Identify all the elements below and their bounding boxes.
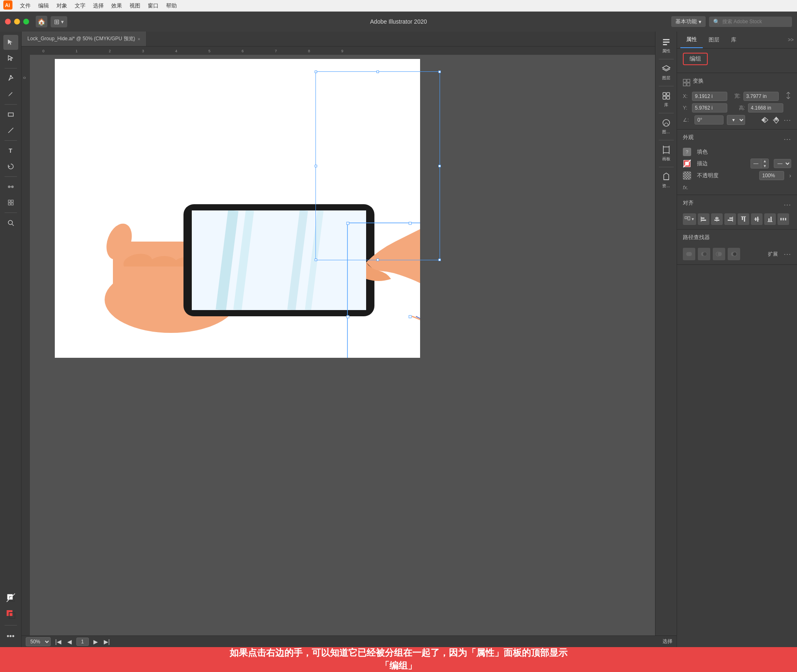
traffic-lights xyxy=(5,19,29,24)
panel-expand-btn[interactable]: >> xyxy=(788,37,794,43)
zoom-select[interactable]: 50% xyxy=(26,637,51,646)
libraries-panel-icon[interactable]: 库 xyxy=(657,89,675,110)
stroke-spinner[interactable]: ▲ ▼ xyxy=(761,159,768,168)
graphics-panel-icon[interactable]: 图... xyxy=(657,116,675,137)
flip-horizontal-btn[interactable] xyxy=(760,116,769,124)
go-prev-btn[interactable]: ◀ xyxy=(66,638,73,645)
workspace-switcher[interactable]: ⊞▾ xyxy=(51,16,67,27)
pf-unite-btn[interactable] xyxy=(683,248,695,260)
transform-more-btn[interactable]: ··· xyxy=(784,116,791,125)
align-bottom-btn[interactable] xyxy=(764,213,776,225)
artboard-panel-icon[interactable]: 画板 xyxy=(657,143,675,164)
pathfinder-buttons-row: 扩展 ··· xyxy=(683,248,791,260)
toolbar-left: T ••• xyxy=(0,32,22,647)
pf-exclude-btn[interactable] xyxy=(728,248,740,260)
x-input[interactable] xyxy=(692,92,727,101)
workspace-selector[interactable]: 基本功能 ▾ xyxy=(671,16,706,27)
menu-text[interactable]: 文字 xyxy=(71,1,89,10)
menu-window[interactable]: 窗口 xyxy=(144,1,162,10)
menu-help[interactable]: 帮助 xyxy=(163,1,180,10)
align-top-btn[interactable] xyxy=(738,213,749,225)
fx-label[interactable]: fx. xyxy=(683,184,689,191)
align-to-dropdown[interactable]: ▼ xyxy=(683,213,696,225)
group-badge[interactable]: 编组 xyxy=(683,53,708,65)
menu-object[interactable]: 对象 xyxy=(53,1,71,10)
align-left-btn[interactable] xyxy=(698,213,709,225)
fill-question-mark[interactable]: ? xyxy=(683,148,691,156)
pathfinder-expand-btn[interactable]: 扩展 xyxy=(768,251,778,258)
vertical-ruler: 0 xyxy=(22,55,30,647)
align-title: 对齐 xyxy=(683,199,694,207)
pathfinder-more-btn[interactable]: ··· xyxy=(784,250,791,259)
stroke-type-dropdown[interactable]: — xyxy=(774,159,791,168)
menu-select[interactable]: 选择 xyxy=(90,1,107,10)
menu-edit[interactable]: 编辑 xyxy=(35,1,52,10)
tab-properties[interactable]: 属性 xyxy=(680,32,703,48)
menu-file[interactable]: 文件 xyxy=(17,1,34,10)
appearance-more-btn[interactable]: ··· xyxy=(784,135,791,144)
align-more-btn[interactable]: ··· xyxy=(784,200,791,209)
document-tab[interactable]: Lock_Group_Hide.ai* @ 50% (CMYK/GPU 预览) … xyxy=(22,32,147,46)
fill-stroke-indicator[interactable] xyxy=(3,590,18,605)
rotate-tool-btn[interactable] xyxy=(3,159,18,174)
go-next-btn[interactable]: ▶ xyxy=(92,638,99,645)
more-tools-btn[interactable]: ••• xyxy=(3,629,18,644)
stock-search[interactable]: 🔍 搜索 Adobe Stock xyxy=(709,17,792,27)
flip-vertical-btn[interactable] xyxy=(772,116,780,124)
menu-view[interactable]: 视图 xyxy=(126,1,144,10)
svg-text:4: 4 xyxy=(175,49,177,53)
align-center-h-btn[interactable] xyxy=(711,213,723,225)
opacity-expand-btn[interactable]: › xyxy=(789,172,791,179)
opacity-input[interactable] xyxy=(759,171,784,180)
align-center-v-btn[interactable] xyxy=(751,213,763,225)
opacity-swatch xyxy=(683,171,691,180)
angle-label: ∠: xyxy=(683,117,691,123)
pf-intersect-btn[interactable] xyxy=(713,248,725,260)
layers-panel-icon[interactable]: 图层 xyxy=(657,62,675,83)
pf-minus-btn[interactable] xyxy=(698,248,710,260)
zoom-tool-btn[interactable] xyxy=(3,215,18,230)
line-tool-btn[interactable] xyxy=(3,123,18,138)
stroke-color-swatch[interactable] xyxy=(683,159,691,168)
y-input[interactable] xyxy=(692,103,727,112)
home-button[interactable]: 🏠 xyxy=(36,16,47,27)
transform-section: 变换 X: 宽: Y: xyxy=(677,73,797,130)
svg-rect-48 xyxy=(714,220,719,221)
angle-input[interactable] xyxy=(694,115,724,125)
svg-rect-20 xyxy=(663,39,670,40)
pencil-tool-btn[interactable] xyxy=(3,87,18,102)
go-last-btn[interactable]: ▶| xyxy=(103,638,111,645)
svg-rect-56 xyxy=(755,217,756,221)
grid-tool-btn[interactable] xyxy=(3,195,18,210)
rectangle-tool-btn[interactable] xyxy=(3,107,18,122)
tab-libraries[interactable]: 库 xyxy=(725,32,742,48)
select-tool-btn[interactable] xyxy=(3,35,18,50)
h-input[interactable] xyxy=(748,103,783,112)
svg-rect-45 xyxy=(701,220,706,221)
menu-effect[interactable]: 效果 xyxy=(108,1,125,10)
assets-panel-icon[interactable]: 资... xyxy=(657,170,675,191)
svg-point-67 xyxy=(703,252,707,256)
active-colors[interactable] xyxy=(3,607,18,622)
svg-rect-22 xyxy=(663,44,667,45)
angle-dropdown[interactable]: ▾ xyxy=(727,115,745,125)
canvas-area[interactable]: 0 1 2 3 4 5 6 7 8 9 0 xyxy=(22,46,677,647)
blend-tool-btn[interactable] xyxy=(3,179,18,194)
align-right-btn[interactable] xyxy=(724,213,736,225)
svg-rect-92 xyxy=(409,222,411,225)
type-tool-btn[interactable]: T xyxy=(3,143,18,158)
page-input[interactable] xyxy=(76,638,89,646)
link-proportions-icon[interactable] xyxy=(785,91,791,101)
properties-panel-icon[interactable]: 属性 xyxy=(657,35,675,56)
go-first-btn[interactable]: |◀ xyxy=(54,638,63,645)
w-input[interactable] xyxy=(743,92,779,101)
maximize-window-btn[interactable] xyxy=(23,19,29,24)
minimize-window-btn[interactable] xyxy=(14,19,20,24)
close-window-btn[interactable] xyxy=(5,19,11,24)
svg-text:5: 5 xyxy=(208,49,210,53)
tab-close-btn[interactable]: × xyxy=(138,37,140,42)
distribute-btn[interactable] xyxy=(777,213,789,225)
tab-layers[interactable]: 图层 xyxy=(703,32,725,48)
pen-tool-btn[interactable] xyxy=(3,71,18,86)
direct-select-tool-btn[interactable] xyxy=(3,51,18,66)
